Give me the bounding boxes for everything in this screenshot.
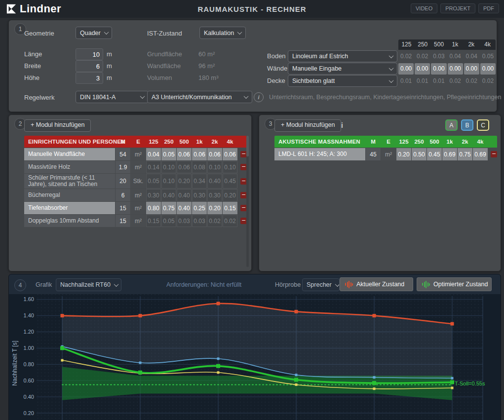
chevron-down-icon: [114, 282, 118, 287]
amount-cell[interactable]: 6: [116, 189, 130, 201]
column-header: 500: [177, 136, 192, 148]
add-module-button[interactable]: + Modul hinzufügen: [24, 119, 91, 132]
unit-cell: m²: [131, 189, 146, 201]
hoerprobe-select[interactable]: Sprecher: [302, 278, 340, 291]
dim-input-2[interactable]: [76, 72, 103, 84]
module-name-cell[interactable]: LMD-L 601 H: 245; A: 300: [274, 148, 365, 160]
column-header: M: [366, 136, 381, 148]
coeff-cell: 0.08: [192, 161, 207, 173]
coeff-cell: 0.34: [192, 174, 207, 189]
amount-cell[interactable]: 45: [366, 148, 381, 160]
scrollbar[interactable]: [246, 136, 249, 267]
ist-zustand-select[interactable]: Kalkulation: [199, 27, 246, 39]
coeff-cell[interactable]: 0.04: [146, 148, 161, 160]
surface-select-value: Linoleum auf Estrich: [292, 53, 348, 60]
module-name-cell[interactable]: Doppelglas 10mm Abstand: [24, 215, 115, 227]
coeff-cell[interactable]: 0.75: [458, 148, 472, 160]
grafik-select[interactable]: Nachhallzeit RT60: [56, 278, 121, 291]
regelwerk-select[interactable]: DIN 18041-A: [76, 91, 149, 103]
column-header: 1k: [442, 136, 457, 148]
info-icon[interactable]: i: [254, 92, 264, 102]
header-button-video[interactable]: VIDEO: [411, 3, 437, 13]
nutzungsart-select[interactable]: A3 Unterricht/Kommunikation: [147, 91, 252, 103]
calc-value: 180 m³: [198, 74, 218, 81]
optimierter-zustand-button[interactable]: Optimierter Zustand: [417, 277, 492, 291]
coeff-cell[interactable]: 0.06: [192, 148, 207, 160]
header-buttons: VIDEOPROJEKTPDF: [411, 3, 499, 13]
amount-cell[interactable]: 1.9: [116, 161, 130, 173]
optimierter-zustand-label: Optimierter Zustand: [433, 281, 488, 288]
dim-unit: m: [107, 62, 112, 70]
unit-cell: m²: [131, 215, 146, 227]
coeff-cell[interactable]: 0.80: [146, 202, 161, 214]
coeff-cell[interactable]: 0.05: [161, 148, 176, 160]
coeff-cell: 0.10: [161, 174, 176, 189]
amount-cell[interactable]: 15: [116, 215, 130, 227]
panel-massnahmen: 3 + Modul hinzufügen i ABC AKUSTISCHE MA…: [259, 115, 501, 271]
coeff-cell[interactable]: 0.06: [207, 148, 222, 160]
amount-cell[interactable]: 20: [116, 174, 130, 189]
table-row: Massivtüre Holz1.9m²0.140.100.060.080.10…: [24, 161, 247, 173]
freq-header-cell: 500: [431, 39, 447, 50]
dim-input-1[interactable]: [76, 60, 103, 72]
coeff-value: 0.03: [431, 51, 446, 62]
module-name-cell[interactable]: Tiefenabsorber: [24, 202, 115, 214]
geometrie-label: Geometrie: [24, 30, 54, 37]
module-name-cell[interactable]: Manuelle Wandfläche: [24, 148, 115, 160]
coeff-input-cell[interactable]: 0.00: [448, 63, 463, 75]
variant-button-a[interactable]: A: [445, 119, 458, 131]
module-name-cell[interactable]: Schüler Primarstufe (< 11 Jahre), sitzen…: [24, 174, 115, 189]
coeff-cell[interactable]: 0.69: [473, 148, 488, 160]
amount-cell[interactable]: 54: [116, 148, 130, 160]
coeff-cell[interactable]: 0.20: [207, 202, 222, 214]
column-header: 1k: [192, 136, 207, 148]
info-icon[interactable]: i: [341, 121, 343, 129]
remove-module-button[interactable]: –: [491, 151, 497, 157]
coeff-cell[interactable]: 0.25: [192, 202, 207, 214]
scrollbar-handle[interactable]: [246, 136, 249, 156]
surface-select-2[interactable]: Sichtbeton glatt: [288, 75, 397, 87]
coeff-input-cell[interactable]: 0.00: [464, 63, 479, 75]
variant-button-c[interactable]: C: [477, 119, 489, 131]
column-header: 4k: [223, 136, 237, 148]
header-button-projekt[interactable]: PROJEKT: [440, 3, 475, 13]
add-measure-button[interactable]: + Modul hinzufügen: [274, 119, 341, 132]
amount-cell[interactable]: 15: [116, 202, 130, 214]
unit-cell: m²: [131, 161, 146, 173]
surface-select-0[interactable]: Linoleum auf Estrich: [288, 50, 397, 62]
coeff-input-cell[interactable]: 0.00: [431, 63, 446, 75]
coeff-cell[interactable]: 0.20: [396, 148, 411, 160]
surface-select-1[interactable]: Manuelle Eingabe: [288, 63, 397, 75]
coeff-cell: 0.02: [207, 215, 222, 227]
dim-label: Breite: [24, 62, 41, 70]
aktueller-zustand-button[interactable]: Aktueller Zustand: [340, 277, 413, 291]
coeff-value: 0.02: [398, 51, 414, 62]
geometrie-value: Quader: [80, 30, 101, 37]
column-header: 125: [396, 136, 411, 148]
surface-coeff-row: 0.000.000.000.000.000.00: [398, 63, 496, 75]
coeff-cell[interactable]: 0.06: [177, 148, 192, 160]
module-name-cell[interactable]: Bücherregal: [24, 189, 115, 201]
coeff-input-cell[interactable]: 0.00: [415, 63, 430, 75]
massnahmen-table: AKUSTISCHE MASSNAHMENME1252505001k2k4kLM…: [274, 136, 497, 160]
coeff-cell[interactable]: 0.75: [161, 202, 176, 214]
coeff-cell[interactable]: 0.06: [223, 148, 237, 160]
coeff-cell[interactable]: 0.45: [427, 148, 442, 160]
panel-geometrie: 1 Geometrie Quader IST-Zustand Kalkulati…: [8, 20, 497, 112]
coeff-cell[interactable]: 0.69: [442, 148, 457, 160]
variant-button-b[interactable]: B: [461, 119, 473, 131]
unit-cell: m²: [381, 148, 396, 160]
svg-text:0.80: 0.80: [24, 361, 34, 367]
module-name-cell[interactable]: Massivtüre Holz: [24, 161, 115, 173]
svg-text:0.40: 0.40: [24, 394, 34, 400]
header-button-pdf[interactable]: PDF: [478, 3, 499, 13]
hoerprobe-value: Sprecher: [307, 281, 332, 288]
coeff-input-cell[interactable]: 0.00: [398, 63, 414, 75]
coeff-cell[interactable]: 0.40: [177, 202, 192, 214]
coeff-input-cell[interactable]: 0.00: [480, 63, 496, 75]
geometrie-select[interactable]: Quader: [76, 27, 112, 39]
dim-input-0[interactable]: [76, 48, 103, 60]
coeff-cell[interactable]: 0.50: [412, 148, 426, 160]
coeff-cell[interactable]: 0.15: [223, 202, 237, 214]
coeff-value: 0.04: [464, 51, 479, 62]
